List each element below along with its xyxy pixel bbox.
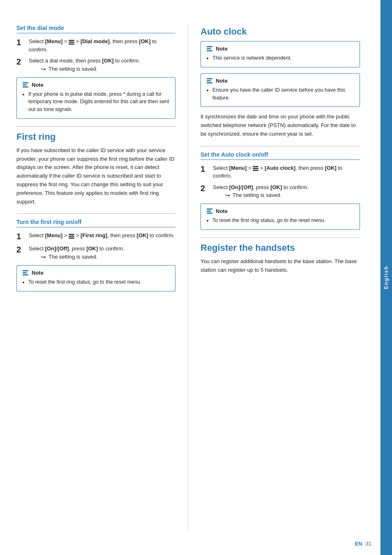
svg-rect-3: [69, 234, 74, 235]
page-number-area: EN 31: [355, 541, 371, 547]
auto-clock-note3-header: Note: [207, 208, 354, 214]
note-icon-3: [23, 270, 28, 275]
svg-rect-8: [253, 170, 258, 171]
dial-mode-note-box: Note If your phone is in pulse dial mode…: [16, 77, 175, 119]
auto-clock-note2-content: Ensure you have the caller ID service be…: [207, 86, 354, 102]
svg-rect-0: [69, 40, 74, 41]
auto-clock-note2-header: Note: [207, 78, 354, 84]
auto-clock-note1-header: Note: [207, 46, 354, 52]
dial-mode-step-1: 1 Select [Menu] > > [Dial mode], then pr…: [16, 37, 175, 53]
auto-clock-title: Auto clock: [201, 26, 360, 37]
first-ring-step-1-text: Select [Menu] > > [First ring], then pre…: [29, 232, 175, 238]
page-number: 31: [366, 541, 371, 547]
turn-first-ring-title: Turn the first ring on/off: [16, 219, 175, 227]
dial-mode-step-1-text: Select [Menu] > > [Dial mode], then pres…: [29, 38, 157, 53]
auto-clock-section: Auto clock Note: [201, 26, 360, 230]
divider-1: [16, 126, 175, 127]
auto-clock-step-2: 2 Select [On]/[Off], press [OK] to confi…: [201, 183, 360, 199]
first-ring-note-label: Note: [32, 270, 44, 276]
svg-rect-6: [253, 166, 258, 167]
menu-icon: [69, 39, 74, 45]
auto-clock-step-2-result: ↪ The setting is saved.: [225, 192, 309, 199]
first-ring-step-1: 1 Select [Menu] > > [First ring], then p…: [16, 231, 175, 241]
auto-clock-note1-box: Note This service is network dependent.: [201, 41, 360, 67]
auto-clock-step-1: 1 Select [Menu] > > [Auto clock], then p…: [201, 164, 360, 180]
left-column: Set the dial mode 1 Select [Menu] > > [D…: [16, 25, 188, 530]
note-icon-4: [207, 46, 212, 51]
first-ring-section: First ring If you have subscribed to the…: [16, 132, 175, 291]
first-ring-step-2: 2 Select [On]/[Off], press [OK] to confi…: [16, 245, 175, 260]
dial-mode-steps: 1 Select [Menu] > > [Dial mode], then pr…: [16, 37, 175, 72]
first-ring-steps: 1 Select [Menu] > > [First ring], then p…: [16, 231, 175, 260]
auto-clock-step-2-text: Select [On]/[Off], press [OK] to confirm…: [213, 184, 309, 190]
side-language-label: English: [383, 266, 389, 289]
first-ring-note-header: Note: [23, 270, 169, 276]
auto-clock-note3-label: Note: [216, 208, 228, 214]
dial-mode-note-label: Note: [32, 82, 44, 88]
divider-4: [201, 237, 360, 238]
first-ring-step-2-text: Select [On]/[Off], press [OK] to confirm…: [29, 245, 125, 252]
set-auto-clock-title: Set the Auto clock on/off: [201, 151, 360, 160]
auto-clock-body: It synchronizes the date and time on you…: [201, 113, 360, 138]
register-handsets-section: Register the handsets You can register a…: [201, 243, 360, 275]
menu-icon-6: [253, 165, 258, 171]
auto-clock-step-1-text: Select [Menu] > > [Auto clock], then pre…: [213, 165, 342, 179]
auto-clock-note3-content: To reset the first ring status, go to th…: [207, 217, 354, 224]
turn-first-ring-section: Turn the first ring on/off 1 Select [Men…: [16, 219, 175, 291]
first-ring-step-2-result: ↪ The setting is saved.: [41, 254, 125, 260]
set-dial-mode-title: Set the dial mode: [16, 25, 175, 33]
right-column: Auto clock Note: [188, 25, 360, 530]
first-ring-note-content: To reset the first ring status, go to th…: [23, 278, 169, 286]
svg-rect-2: [69, 44, 74, 45]
note-icon-5: [207, 78, 212, 83]
register-handsets-body: You can register additional handsets to …: [201, 257, 360, 275]
auto-clock-note1-content: This service is network dependent.: [207, 54, 354, 62]
dial-mode-note-content: If your phone is in pulse dial mode, pre…: [23, 90, 169, 113]
first-ring-body: If you have subscribed to the caller ID …: [16, 146, 175, 206]
dial-mode-note-header: Note: [23, 82, 169, 88]
svg-rect-5: [69, 238, 74, 239]
dial-mode-step-2-result: ↪ The setting is saved.: [41, 66, 140, 72]
dial-mode-step-2-text: Select a dial mode, then press [OK] to c…: [29, 58, 140, 64]
divider-2: [16, 213, 175, 214]
side-language-tab: English: [380, 0, 392, 555]
menu-icon-2: [69, 233, 74, 239]
svg-rect-7: [253, 168, 258, 169]
auto-clock-note1-label: Note: [216, 46, 228, 52]
divider-3: [201, 146, 360, 146]
auto-clock-note3-box: Note To reset the first ring status, go …: [201, 204, 360, 230]
note-icon: [23, 82, 28, 88]
note-icon-7: [207, 208, 212, 214]
auto-clock-steps: 1 Select [Menu] > > [Auto clock], then p…: [201, 164, 360, 199]
set-auto-clock-section: Set the Auto clock on/off 1 Select [Menu…: [201, 151, 360, 230]
first-ring-note-box: Note To reset the first ring status, go …: [16, 265, 175, 291]
lang-label: EN: [355, 541, 362, 547]
register-handsets-title: Register the handsets: [201, 243, 360, 253]
first-ring-title: First ring: [16, 132, 175, 142]
dial-mode-step-2: 2 Select a dial mode, then press [OK] to…: [16, 57, 175, 72]
auto-clock-note2-box: Note Ensure you have the caller ID servi…: [201, 73, 360, 107]
svg-rect-1: [69, 42, 74, 43]
auto-clock-note2-label: Note: [216, 78, 228, 84]
set-dial-mode-section: Set the dial mode 1 Select [Menu] > > [D…: [16, 25, 175, 119]
svg-rect-4: [69, 236, 74, 237]
